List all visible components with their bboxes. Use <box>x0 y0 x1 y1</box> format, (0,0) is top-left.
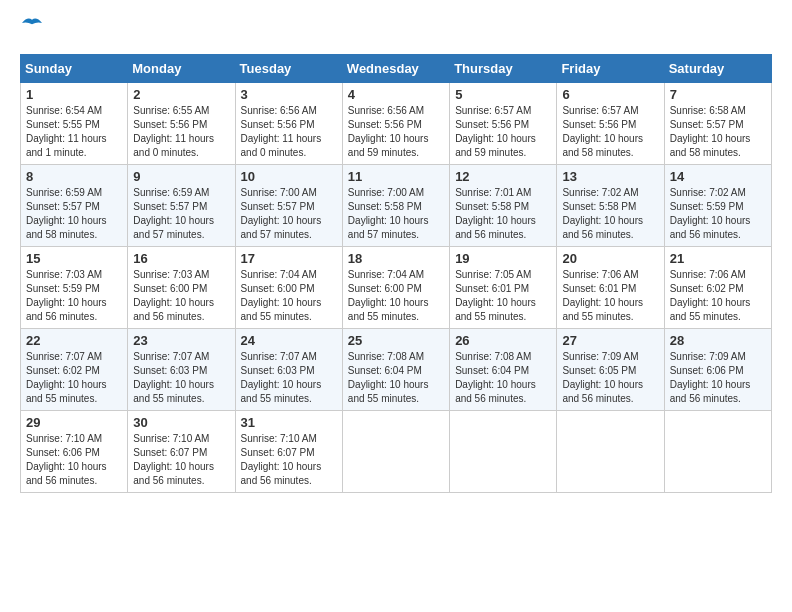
day-number: 11 <box>348 169 444 184</box>
day-info: Sunrise: 7:01 AMSunset: 5:58 PMDaylight:… <box>455 186 551 242</box>
day-info: Sunrise: 7:02 AMSunset: 5:58 PMDaylight:… <box>562 186 658 242</box>
day-number: 23 <box>133 333 229 348</box>
day-number: 31 <box>241 415 337 430</box>
day-info: Sunrise: 7:00 AMSunset: 5:57 PMDaylight:… <box>241 186 337 242</box>
day-info: Sunrise: 7:08 AMSunset: 6:04 PMDaylight:… <box>348 350 444 406</box>
calendar-day-header: Monday <box>128 55 235 83</box>
calendar-week-row: 29Sunrise: 7:10 AMSunset: 6:06 PMDayligh… <box>21 411 772 493</box>
logo-bird-icon <box>22 16 42 30</box>
calendar-day-header: Saturday <box>664 55 771 83</box>
day-number: 6 <box>562 87 658 102</box>
day-number: 8 <box>26 169 122 184</box>
calendar-day-cell: 8Sunrise: 6:59 AMSunset: 5:57 PMDaylight… <box>21 165 128 247</box>
calendar-day-cell: 27Sunrise: 7:09 AMSunset: 6:05 PMDayligh… <box>557 329 664 411</box>
day-number: 24 <box>241 333 337 348</box>
day-number: 27 <box>562 333 658 348</box>
calendar-day-cell <box>557 411 664 493</box>
day-number: 30 <box>133 415 229 430</box>
calendar-day-cell: 18Sunrise: 7:04 AMSunset: 6:00 PMDayligh… <box>342 247 449 329</box>
calendar-day-cell <box>450 411 557 493</box>
calendar-day-cell: 19Sunrise: 7:05 AMSunset: 6:01 PMDayligh… <box>450 247 557 329</box>
calendar-day-cell: 29Sunrise: 7:10 AMSunset: 6:06 PMDayligh… <box>21 411 128 493</box>
day-info: Sunrise: 7:09 AMSunset: 6:05 PMDaylight:… <box>562 350 658 406</box>
calendar-week-row: 1Sunrise: 6:54 AMSunset: 5:55 PMDaylight… <box>21 83 772 165</box>
day-info: Sunrise: 7:07 AMSunset: 6:02 PMDaylight:… <box>26 350 122 406</box>
calendar-day-header: Thursday <box>450 55 557 83</box>
calendar-day-header: Wednesday <box>342 55 449 83</box>
day-info: Sunrise: 6:57 AMSunset: 5:56 PMDaylight:… <box>455 104 551 160</box>
day-number: 18 <box>348 251 444 266</box>
day-info: Sunrise: 7:04 AMSunset: 6:00 PMDaylight:… <box>348 268 444 324</box>
day-info: Sunrise: 6:58 AMSunset: 5:57 PMDaylight:… <box>670 104 766 160</box>
day-info: Sunrise: 7:03 AMSunset: 6:00 PMDaylight:… <box>133 268 229 324</box>
day-number: 3 <box>241 87 337 102</box>
calendar-day-cell: 13Sunrise: 7:02 AMSunset: 5:58 PMDayligh… <box>557 165 664 247</box>
day-info: Sunrise: 7:03 AMSunset: 5:59 PMDaylight:… <box>26 268 122 324</box>
calendar-day-cell: 26Sunrise: 7:08 AMSunset: 6:04 PMDayligh… <box>450 329 557 411</box>
calendar-day-cell: 9Sunrise: 6:59 AMSunset: 5:57 PMDaylight… <box>128 165 235 247</box>
day-number: 2 <box>133 87 229 102</box>
calendar-day-cell: 3Sunrise: 6:56 AMSunset: 5:56 PMDaylight… <box>235 83 342 165</box>
calendar-day-cell: 5Sunrise: 6:57 AMSunset: 5:56 PMDaylight… <box>450 83 557 165</box>
day-number: 17 <box>241 251 337 266</box>
day-info: Sunrise: 6:59 AMSunset: 5:57 PMDaylight:… <box>26 186 122 242</box>
day-number: 20 <box>562 251 658 266</box>
day-number: 1 <box>26 87 122 102</box>
calendar-day-cell: 12Sunrise: 7:01 AMSunset: 5:58 PMDayligh… <box>450 165 557 247</box>
calendar-day-cell: 23Sunrise: 7:07 AMSunset: 6:03 PMDayligh… <box>128 329 235 411</box>
calendar-week-row: 8Sunrise: 6:59 AMSunset: 5:57 PMDaylight… <box>21 165 772 247</box>
calendar-day-header: Tuesday <box>235 55 342 83</box>
calendar-day-header: Friday <box>557 55 664 83</box>
day-number: 4 <box>348 87 444 102</box>
calendar-day-cell: 14Sunrise: 7:02 AMSunset: 5:59 PMDayligh… <box>664 165 771 247</box>
day-info: Sunrise: 6:56 AMSunset: 5:56 PMDaylight:… <box>348 104 444 160</box>
day-number: 7 <box>670 87 766 102</box>
day-info: Sunrise: 7:02 AMSunset: 5:59 PMDaylight:… <box>670 186 766 242</box>
day-number: 26 <box>455 333 551 348</box>
calendar-day-cell: 20Sunrise: 7:06 AMSunset: 6:01 PMDayligh… <box>557 247 664 329</box>
calendar-day-cell: 22Sunrise: 7:07 AMSunset: 6:02 PMDayligh… <box>21 329 128 411</box>
day-info: Sunrise: 7:07 AMSunset: 6:03 PMDaylight:… <box>133 350 229 406</box>
calendar-day-cell: 28Sunrise: 7:09 AMSunset: 6:06 PMDayligh… <box>664 329 771 411</box>
day-info: Sunrise: 7:09 AMSunset: 6:06 PMDaylight:… <box>670 350 766 406</box>
day-number: 5 <box>455 87 551 102</box>
day-info: Sunrise: 7:00 AMSunset: 5:58 PMDaylight:… <box>348 186 444 242</box>
calendar-week-row: 22Sunrise: 7:07 AMSunset: 6:02 PMDayligh… <box>21 329 772 411</box>
day-number: 25 <box>348 333 444 348</box>
day-info: Sunrise: 6:55 AMSunset: 5:56 PMDaylight:… <box>133 104 229 160</box>
calendar-day-cell: 2Sunrise: 6:55 AMSunset: 5:56 PMDaylight… <box>128 83 235 165</box>
day-info: Sunrise: 7:05 AMSunset: 6:01 PMDaylight:… <box>455 268 551 324</box>
calendar-day-cell: 10Sunrise: 7:00 AMSunset: 5:57 PMDayligh… <box>235 165 342 247</box>
calendar-day-cell: 30Sunrise: 7:10 AMSunset: 6:07 PMDayligh… <box>128 411 235 493</box>
calendar-day-cell: 1Sunrise: 6:54 AMSunset: 5:55 PMDaylight… <box>21 83 128 165</box>
calendar-day-cell <box>342 411 449 493</box>
day-number: 19 <box>455 251 551 266</box>
calendar-day-cell: 11Sunrise: 7:00 AMSunset: 5:58 PMDayligh… <box>342 165 449 247</box>
day-info: Sunrise: 7:08 AMSunset: 6:04 PMDaylight:… <box>455 350 551 406</box>
day-number: 9 <box>133 169 229 184</box>
calendar-week-row: 15Sunrise: 7:03 AMSunset: 5:59 PMDayligh… <box>21 247 772 329</box>
day-number: 10 <box>241 169 337 184</box>
day-number: 21 <box>670 251 766 266</box>
day-info: Sunrise: 6:54 AMSunset: 5:55 PMDaylight:… <box>26 104 122 160</box>
calendar-day-cell: 7Sunrise: 6:58 AMSunset: 5:57 PMDaylight… <box>664 83 771 165</box>
calendar-table: SundayMondayTuesdayWednesdayThursdayFrid… <box>20 54 772 493</box>
day-number: 16 <box>133 251 229 266</box>
day-info: Sunrise: 6:59 AMSunset: 5:57 PMDaylight:… <box>133 186 229 242</box>
day-info: Sunrise: 7:10 AMSunset: 6:07 PMDaylight:… <box>241 432 337 488</box>
day-info: Sunrise: 7:06 AMSunset: 6:01 PMDaylight:… <box>562 268 658 324</box>
page-header <box>20 20 772 44</box>
calendar-day-cell: 25Sunrise: 7:08 AMSunset: 6:04 PMDayligh… <box>342 329 449 411</box>
calendar-day-header: Sunday <box>21 55 128 83</box>
calendar-header-row: SundayMondayTuesdayWednesdayThursdayFrid… <box>21 55 772 83</box>
day-info: Sunrise: 7:04 AMSunset: 6:00 PMDaylight:… <box>241 268 337 324</box>
day-number: 13 <box>562 169 658 184</box>
day-number: 15 <box>26 251 122 266</box>
day-info: Sunrise: 7:07 AMSunset: 6:03 PMDaylight:… <box>241 350 337 406</box>
day-number: 12 <box>455 169 551 184</box>
day-number: 22 <box>26 333 122 348</box>
calendar-day-cell: 4Sunrise: 6:56 AMSunset: 5:56 PMDaylight… <box>342 83 449 165</box>
calendar-day-cell: 15Sunrise: 7:03 AMSunset: 5:59 PMDayligh… <box>21 247 128 329</box>
calendar-day-cell <box>664 411 771 493</box>
day-number: 28 <box>670 333 766 348</box>
